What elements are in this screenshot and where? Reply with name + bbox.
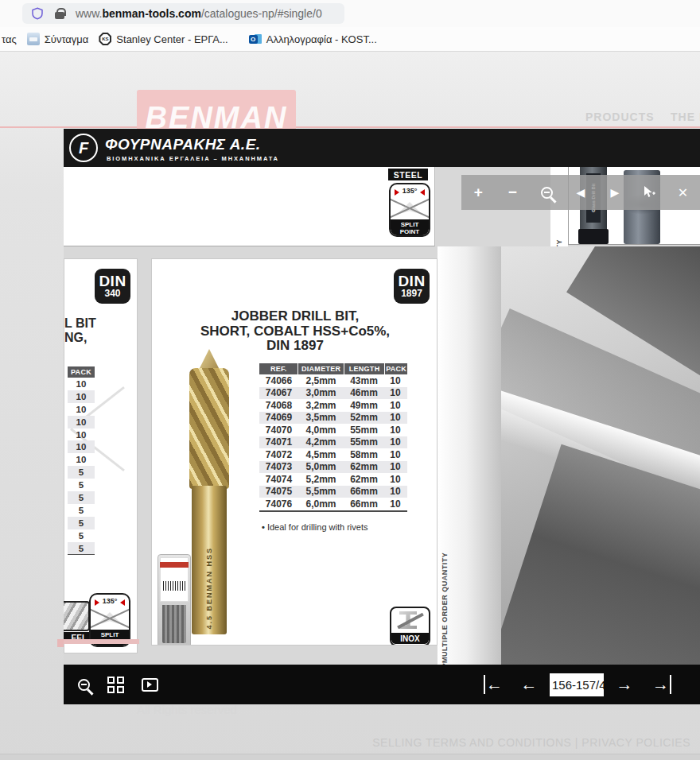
package-red-stripe — [160, 562, 189, 568]
drill-marking: 4.5 BENMAN HSS — [205, 547, 213, 630]
prev-page-button[interactable]: ← — [519, 674, 539, 695]
nav-products[interactable]: PRODUCTS — [585, 111, 655, 123]
magnifier-minus-icon — [78, 679, 90, 691]
drill-bit-collar — [578, 229, 609, 244]
pack-value: 10 — [68, 378, 95, 390]
next-page-button[interactable]: → — [614, 674, 635, 695]
pack-column-header: PACK — [68, 366, 95, 378]
footer-links[interactable]: SELLING TERMS AND CONDITIONS | PRIVACY P… — [372, 736, 690, 749]
table-row: 74069 3,5mm 52mm 10 — [259, 412, 407, 425]
site-red-element-sliver — [57, 639, 64, 647]
drill-shank: 4.5 BENMAN HSS — [192, 486, 227, 634]
bookmark-item[interactable]: Σύνταγμα — [27, 33, 89, 45]
thumbnails-button[interactable] — [105, 674, 126, 695]
table-row: 74067 3,0mm 46mm 10 — [259, 387, 407, 400]
tracking-shield-icon[interactable] — [30, 6, 45, 21]
pack-value: 5 — [68, 479, 95, 491]
toolbar-zoom-out-button[interactable] — [73, 674, 94, 695]
pack-value: 10 — [68, 403, 95, 416]
split-point-diagram-icon — [91, 607, 129, 630]
pan-left-button[interactable]: ◀ — [569, 180, 593, 204]
move-cursor-icon — [642, 185, 656, 200]
fournarakis-logo-icon: F — [69, 134, 98, 162]
zoom-out-button[interactable]: − — [500, 180, 524, 204]
pack-value: 5 — [68, 517, 95, 529]
pack-column: PACK 101010101010105555555 — [68, 366, 95, 555]
spec-table-header: REF. DIAMETER LENGTH PACK — [259, 363, 407, 374]
last-page-button[interactable]: → — [651, 674, 672, 695]
bookmark-item[interactable]: τας — [2, 33, 17, 45]
inox-icon — [391, 608, 429, 633]
bookmarks-bar: τας Σύνταγμα KS Stanley Center - ΕΡΓΑ...… — [0, 27, 700, 52]
upper-page-fragment: STEEL 135° SPLITPOINT — [64, 167, 435, 246]
pack-value: 10 — [68, 453, 95, 466]
steel-badge: STEEL — [388, 169, 428, 180]
first-page-button[interactable]: ← — [483, 674, 504, 695]
pack-value: 10 — [68, 428, 95, 441]
table-row: 74070 4,0mm 55mm 10 — [259, 424, 407, 436]
catalogue-spread[interactable]: STEEL 135° SPLITPOINT *MULTIPLE ORDER QU… — [64, 167, 700, 665]
pan-right-button[interactable]: ▶ — [603, 180, 627, 204]
company-subtitle: ΒΙΟΜΗΧΑΝΙΚΑ ΕΡΓΑΛΕΙΑ – ΜΗΧΑΝΗΜΑΤΑ — [107, 155, 279, 162]
slideshow-button[interactable] — [139, 674, 160, 695]
left-page-fragment: DIN340 L BIT NG, PACK 101010101010105555… — [64, 258, 138, 653]
product-page: DIN1897 JOBBER DRILL BIT, SHORT, COBALT … — [151, 258, 438, 646]
grid-icon — [107, 677, 124, 693]
bookmark-item[interactable]: KS Stanley Center - ΕΡΓΑ... — [99, 33, 228, 45]
table-row: 74076 6,0mm 66mm 10 — [259, 498, 407, 510]
package-photo — [158, 548, 191, 646]
drill-flutes — [189, 368, 229, 489]
url-field[interactable]: www.benman-tools.com/catalogues-np/#sing… — [22, 3, 344, 24]
company-name: ΦΟΥΡΝΑΡΑΚΗΣ Α.Ε. — [105, 136, 261, 153]
pack-value: 5 — [68, 529, 95, 542]
table-row: 74073 5,0mm 62mm 10 — [259, 461, 407, 474]
lock-icon[interactable] — [55, 12, 64, 19]
pack-value: 5 — [68, 466, 95, 479]
drill-macro-photo — [501, 246, 700, 665]
bookmark-item[interactable]: O Αλληλογραφία - KOST... — [249, 33, 377, 45]
photo-favicon-icon — [27, 33, 40, 45]
browser-address-bar: www.benman-tools.com/catalogues-np/#sing… — [0, 0, 700, 27]
table-row: 74072 4,5mm 58mm 10 — [259, 448, 407, 461]
site-divider-line — [0, 126, 700, 128]
cobalt-drill-photo: 4.5 BENMAN HSS — [189, 349, 229, 634]
pack-value: 5 — [68, 542, 95, 555]
slideshow-icon — [142, 678, 158, 692]
package-bits — [162, 605, 186, 643]
pack-value: 10 — [68, 390, 95, 403]
drag-mode-button[interactable] — [637, 180, 661, 204]
steel-badge-partial: EEL — [64, 601, 90, 644]
left-title-fragment: L BIT — [64, 316, 96, 331]
steel-icon — [64, 601, 90, 631]
url-text: www.benman-tools.com/catalogues-np/#sing… — [76, 7, 322, 20]
split-point-diagram-icon — [391, 197, 429, 219]
table-row: 74066 2,5mm 43mm 10 — [259, 374, 407, 387]
pack-value: 10 — [68, 440, 95, 453]
package-barcode — [163, 581, 185, 591]
din-1897-badge: DIN1897 — [394, 269, 430, 304]
din-340-badge: DIN340 — [95, 269, 130, 304]
stanley-favicon-icon: KS — [99, 33, 111, 45]
footer-strip — [0, 754, 700, 760]
inox-badge: INOX — [390, 607, 430, 646]
table-row: 74071 4,2mm 55mm 10 — [259, 436, 407, 449]
product-title: JOBBER DRILL BIT, SHORT, COBALT HSS+Co5%… — [176, 309, 414, 354]
zoom-reset-button[interactable] — [535, 180, 558, 204]
screen: www.benman-tools.com/catalogues-np/#sing… — [0, 0, 700, 760]
zoom-in-button[interactable]: + — [466, 180, 490, 204]
catalogue-viewer: F ΦΟΥΡΝΑΡΑΚΗΣ Α.Ε. ΒΙΟΜΗΧΑΝΙΚΑ ΕΡΓΑΛΕΙΑ … — [64, 129, 700, 704]
page-accent-stripe — [64, 639, 139, 644]
viewer-toolbar: ← ← → → — [64, 665, 700, 704]
page-number-input[interactable] — [550, 673, 604, 696]
split-point-badge: 135° SPLITPOINT — [389, 183, 430, 237]
multiple-order-caption: *MULTIPLE ORDER QUANTITY — [441, 547, 449, 665]
product-note: Ideal for drilling with rivets — [262, 522, 368, 532]
zoom-control-bar: + − ◀ ▶ ✕ — [461, 175, 700, 210]
table-row: 74075 5,5mm 66mm 10 — [259, 486, 407, 498]
pack-value: 5 — [68, 504, 95, 517]
pack-value: 5 — [68, 491, 95, 504]
rights-text: All Rights reserved — [137, 703, 237, 716]
close-viewer-button[interactable]: ✕ — [671, 180, 694, 204]
nav-the-brand[interactable]: THE BRAND — [671, 111, 700, 123]
outlook-favicon-icon: O — [249, 33, 262, 45]
